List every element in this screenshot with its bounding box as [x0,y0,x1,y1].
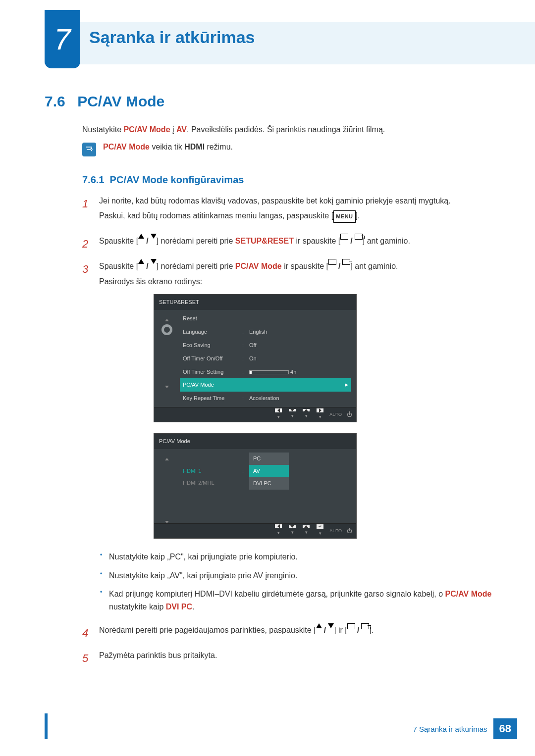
osd-side-column [154,310,180,407]
nav-up-icon [303,525,310,528]
chapter-title: Sąranka ir atkūrimas [89,28,255,47]
chevron-down-icon [165,521,169,523]
auto-label: AUTO [329,527,342,535]
subsection-heading: 7.6.1 PC/AV Mode konfigūravimas [82,174,505,186]
nav-right-icon [317,408,323,412]
option-list: PC AV DVI PC [249,453,289,490]
chapter-number-badge: 7 [45,10,80,68]
osd-title: PC/AV Mode [154,434,356,449]
nav-down-icon [289,525,296,528]
chevron-right-icon: ▶ [345,381,348,389]
note-row: PC/AV Mode veikia tik HDMI režimu. [82,143,505,156]
section-number: 7.6 [45,93,65,110]
note-text: PC/AV Mode veikia tik HDMI režimu. [103,143,233,151]
osd-row: Eco Saving:Off [180,339,351,352]
nav-enter-icon: ↵ [317,524,323,529]
nav-down-icon [289,409,296,411]
chevron-up-icon [165,319,169,321]
footer-stripe [45,713,48,739]
source-enter-icon: / [328,259,350,274]
steps-list: 1 Jei norite, kad būtų rodomas klavišų v… [82,194,505,663]
chevron-up-icon [165,458,169,460]
nav-left-icon [275,524,282,528]
footer-text: 7 Sąranka ir atkūrimas [413,725,487,733]
chevron-down-icon [165,386,169,388]
bullet-list: Nustatykite kaip „PC", kai prijungiate p… [99,551,505,613]
step-1: 1 Jei norite, kad būtų rodomas klavišų v… [82,194,505,224]
osd-row: Language:English [180,325,351,339]
option-item: DVI PC [249,477,289,490]
osd-rows: Reset Language:English Eco Saving:Off Of… [180,310,356,407]
nav-up-icon [303,409,310,411]
up-down-icon: / [138,234,156,249]
osd-screenshot-setup-reset: SETUP&RESET Reset Language:English [154,294,357,422]
osd-row: Reset [180,312,351,325]
osd-row: Key Repeat Time:Acceleration [180,392,351,405]
bullet-item: Nustatykite kaip „PC", kai prijungiate p… [99,551,505,563]
osd-title: SETUP&RESET [154,295,356,310]
osd-footer-icons: ▾ ▾ ▾ ↵▾ AUTO ⏻ [154,523,356,538]
osd-rows: HDMI 1: PC AV DVI PC HDMI 2/MHL [180,449,356,523]
up-down-icon: / [138,259,156,274]
step-5: 5 Pažymėta parinktis bus pritaikyta. [82,648,505,663]
bullet-item: Nustatykite kaip „AV", kai prijungiate p… [99,569,505,582]
osd-screenshot-pcav-mode: PC/AV Mode HDMI 1: [154,433,357,539]
nav-left-icon [275,408,282,412]
slider-icon [249,370,289,374]
bullet-item: Kad prijungę kompiuterį HDMI–DVI kabeliu… [99,588,505,613]
auto-label: AUTO [329,410,342,419]
osd-row: Off Timer On/Off:On [180,352,351,365]
power-icon: ⏻ [347,409,352,420]
osd-row-highlighted: PC/AV Mode▶ [180,378,351,392]
menu-key-icon: MENU [333,210,355,223]
page-footer: 7 Sąranka ir atkūrimas 68 [413,718,517,739]
option-item-highlighted: AV [249,465,289,477]
osd-row: Off Timer Setting: 4h [180,365,351,379]
section-title: PC/AV Mode [77,93,164,110]
gear-icon [161,324,172,335]
note-icon [82,143,96,156]
source-enter-icon: / [340,234,362,249]
option-item: PC [249,453,289,465]
step-3: 3 Spauskite [/] norėdami pereiti prie PC… [82,259,505,613]
osd-footer-icons: ▾ ▾ ▾ ▾ AUTO ⏻ [154,407,356,422]
step-4: 4 Norėdami pereiti prie pageidaujamos pa… [82,623,505,638]
up-down-icon: / [316,623,334,638]
osd-side-column [154,449,180,523]
source-enter-icon: / [347,623,369,638]
power-icon: ⏻ [347,526,352,536]
step-2: 2 Spauskite [/] norėdami pereiti prie SE… [82,234,505,249]
page-number-badge: 68 [493,718,517,739]
section-heading: 7.6 PC/AV Mode [45,93,505,110]
intro-paragraph: Nustatykite PC/AV Mode į AV. Paveikslėli… [82,124,505,136]
